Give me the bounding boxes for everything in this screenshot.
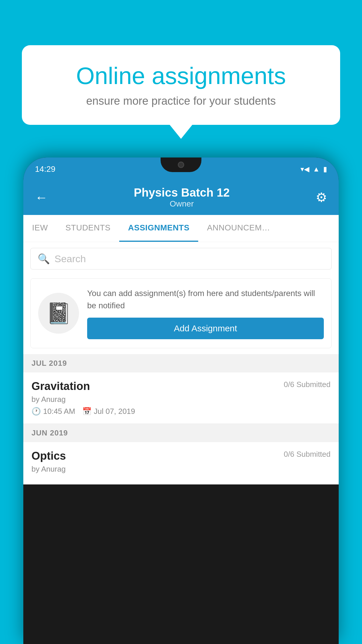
bubble-headline: Online assignments <box>42 63 320 89</box>
search-icon: 🔍 <box>38 253 50 265</box>
phone-frame: 14:29 ▾◀ ▲ ▮ ← Physics Batch 12 Owner ⚙ … <box>23 158 339 644</box>
speech-bubble: Online assignments ensure more practice … <box>22 45 340 125</box>
search-bar-wrapper: 🔍 Search <box>23 242 339 275</box>
section-jul-label: JUL 2019 <box>31 359 67 368</box>
back-button[interactable]: ← <box>35 190 48 205</box>
search-placeholder-text: Search <box>55 253 86 265</box>
empty-state-icon-wrap: 📓 <box>38 293 79 334</box>
status-bar: 14:29 ▾◀ ▲ ▮ <box>23 158 339 181</box>
assignment-optics[interactable]: Optics 0/6 Submitted by Anurag <box>23 442 339 484</box>
assignment-optics-top-row: Optics 0/6 Submitted <box>31 450 331 462</box>
battery-icon: ▮ <box>323 165 327 173</box>
app-header: ← Physics Batch 12 Owner ⚙ <box>23 181 339 215</box>
speech-bubble-wrapper: Online assignments ensure more practice … <box>22 45 340 125</box>
status-icons: ▾◀ ▲ ▮ <box>301 165 327 173</box>
bubble-subtext: ensure more practice for your students <box>42 95 320 107</box>
tab-students[interactable]: STUDENTS <box>57 215 119 242</box>
section-jul-2019: JUL 2019 <box>23 354 339 372</box>
signal-icon: ▲ <box>313 165 320 173</box>
assignment-time-text: 10:45 AM <box>43 407 75 416</box>
tab-announcements[interactable]: ANNOUNCEM… <box>198 215 279 242</box>
camera-notch <box>178 162 184 168</box>
assignment-date-text: Jul 07, 2019 <box>94 407 135 416</box>
assignment-date: 📅 Jul 07, 2019 <box>82 407 135 416</box>
header-center: Physics Batch 12 Owner <box>134 186 230 209</box>
assignment-meta-optics-by: by Anurag <box>31 465 331 474</box>
header-title: Physics Batch 12 <box>134 186 230 199</box>
assignment-gravitation[interactable]: Gravitation 0/6 Submitted by Anurag 🕐 10… <box>23 372 339 424</box>
search-bar[interactable]: 🔍 Search <box>30 248 332 270</box>
settings-icon[interactable]: ⚙ <box>316 190 327 205</box>
calendar-icon: 📅 <box>82 407 92 416</box>
assignment-submitted-gravitation: 0/6 Submitted <box>284 380 331 389</box>
notch <box>161 158 201 172</box>
assignment-meta-gravitation-by: by Anurag <box>31 395 331 404</box>
empty-state-description: You can add assignment(s) from here and … <box>87 287 324 312</box>
add-assignment-button[interactable]: Add Assignment <box>87 318 324 339</box>
section-jun-2019: JUN 2019 <box>23 424 339 442</box>
assignment-meta-row: 🕐 10:45 AM 📅 Jul 07, 2019 <box>31 407 331 416</box>
clock-icon: 🕐 <box>31 407 41 416</box>
notebook-icon: 📓 <box>46 301 71 325</box>
wifi-icon: ▾◀ <box>301 165 309 173</box>
tabs-bar: IEW STUDENTS ASSIGNMENTS ANNOUNCEM… <box>23 215 339 242</box>
header-subtitle: Owner <box>134 199 230 209</box>
empty-state-card: 📓 You can add assignment(s) from here an… <box>30 278 332 348</box>
empty-state-text: You can add assignment(s) from here and … <box>87 287 324 339</box>
section-jun-label: JUN 2019 <box>31 428 68 437</box>
status-time: 14:29 <box>35 164 55 174</box>
tab-assignments[interactable]: ASSIGNMENTS <box>119 215 198 242</box>
tab-iew[interactable]: IEW <box>23 215 57 242</box>
assignment-submitted-optics: 0/6 Submitted <box>284 450 331 459</box>
assignment-top-row: Gravitation 0/6 Submitted <box>31 380 331 393</box>
assignment-time: 🕐 10:45 AM <box>31 407 75 416</box>
phone-content: 🔍 Search 📓 You can add assignment(s) fro… <box>23 242 339 484</box>
assignment-title-gravitation: Gravitation <box>31 380 90 393</box>
assignment-title-optics: Optics <box>31 450 66 462</box>
